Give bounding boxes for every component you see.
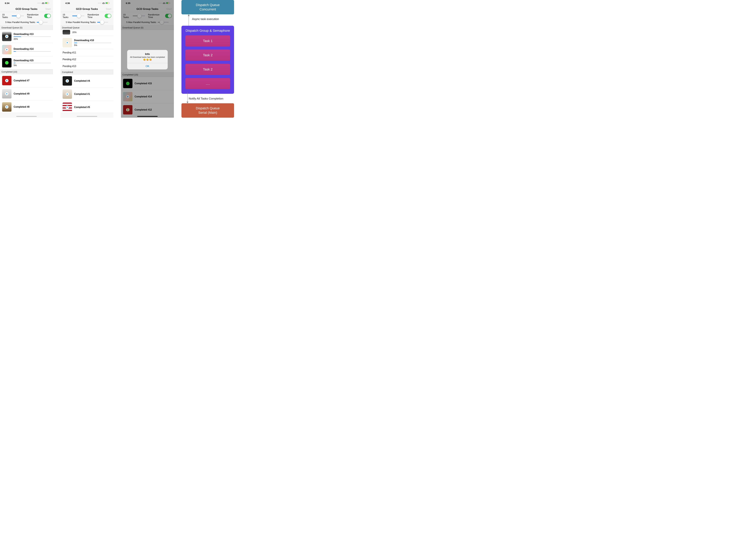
play-icon xyxy=(5,48,8,51)
pending-row[interactable]: Pending #13 xyxy=(60,63,113,70)
task-box: Task 1 xyxy=(185,35,230,47)
download-row[interactable]: Downloading #14 xyxy=(0,43,53,56)
download-section-header: Download Queue xyxy=(60,25,113,30)
status-time: 4:36 xyxy=(65,2,70,4)
pending-row[interactable]: Pending #11 xyxy=(60,49,113,56)
alert-dialog: Info All Download tasks has been complet… xyxy=(127,50,168,69)
status-bar: 6:34 ••••• ⚡ xyxy=(0,0,53,6)
tasks-slider[interactable] xyxy=(72,16,85,16)
randomize-label: Randomize Time xyxy=(27,13,43,18)
album-art xyxy=(2,76,11,85)
phone-screen-3: 6:35 ••••• ⚡ GCD Group Tasks Start 15 Ta… xyxy=(121,0,174,118)
status-bar: 4:36 ••••• ⚡ xyxy=(60,0,113,6)
task-box: Task 2 xyxy=(185,64,230,75)
progress-bar xyxy=(74,43,111,43)
concurrent-queue-label: Dispatch Queue Concurrent xyxy=(196,3,220,11)
randomize-toggle[interactable] xyxy=(44,14,51,18)
pending-row[interactable]: Pending #12 xyxy=(60,56,113,63)
play-icon xyxy=(5,35,8,38)
alert-message: All Download tasks has been completed 😋 … xyxy=(129,56,166,61)
async-label: Async task execution xyxy=(192,17,219,21)
parallel-slider[interactable] xyxy=(37,22,48,23)
progress-bar xyxy=(14,36,51,37)
cell-dots-icon: ••••• xyxy=(98,2,101,4)
parallel-slider[interactable] xyxy=(97,22,108,23)
play-icon xyxy=(5,79,8,82)
notify-label: Notify All Tasks Completion xyxy=(189,97,223,100)
row-title: Completed #4 xyxy=(74,80,90,82)
album-art xyxy=(2,45,11,54)
status-icons: ••••• ⚡ xyxy=(98,2,109,4)
album-art xyxy=(63,30,70,34)
completed-row[interactable]: Completed #8 xyxy=(0,100,53,114)
tasks-count-label: 15 Tasks xyxy=(2,13,10,18)
progress-pct: 5% xyxy=(14,64,51,67)
album-art xyxy=(2,58,11,67)
row-title: Completed #7 xyxy=(14,79,29,82)
download-row[interactable]: Downloading #13 20% xyxy=(0,30,53,43)
group-title: Dispatch Group & Semaphore xyxy=(185,29,230,33)
row-title: Completed #9 xyxy=(14,92,29,95)
nav-title: GCD Group Tasks xyxy=(76,8,98,11)
home-indicator[interactable] xyxy=(137,116,158,117)
completed-row[interactable]: Completed #7 xyxy=(0,74,53,87)
alert-ok-button[interactable]: OK xyxy=(127,63,168,69)
play-icon xyxy=(66,79,69,83)
album-art xyxy=(63,89,72,99)
completed-row[interactable]: Completed #4 xyxy=(60,74,113,88)
play-icon xyxy=(66,41,69,44)
serial-queue-box: Dispatch Queue Serial (Main) xyxy=(181,103,234,118)
row-title: Completed #1 xyxy=(74,93,90,95)
battery-icon: ⚡ xyxy=(45,2,49,4)
battery-icon: ⚡ xyxy=(105,2,109,4)
serial-queue-label: Dispatch Queue Serial (Main) xyxy=(196,106,220,115)
arrow-up-icon xyxy=(187,14,190,26)
wifi-icon xyxy=(102,2,105,4)
album-art xyxy=(63,76,72,86)
play-icon xyxy=(66,106,69,109)
dispatch-group-box: Dispatch Group & Semaphore Task 1 Task 2… xyxy=(181,26,234,94)
phone-screen-1: 6:34 ••••• ⚡ GCD Group Tasks Start 15 Ta… xyxy=(0,0,53,118)
progress-pct: 5% xyxy=(74,44,111,46)
task-box: Task 2 xyxy=(185,50,230,61)
completed-row[interactable]: Completed #5 xyxy=(60,101,113,114)
album-art xyxy=(2,102,11,112)
play-icon xyxy=(5,92,8,95)
download-row-fragment[interactable]: 20% xyxy=(60,30,113,36)
album-art xyxy=(2,32,11,41)
start-button[interactable]: Start xyxy=(45,8,51,11)
row-title: Downloading #10 xyxy=(74,39,111,42)
progress-pct: 20% xyxy=(14,38,51,40)
completed-section-header: Completed xyxy=(60,70,113,74)
alert-title: Info xyxy=(129,53,166,56)
play-icon xyxy=(66,92,69,96)
download-row[interactable]: Downloading #15 5% xyxy=(0,56,53,69)
completed-row[interactable]: Completed #1 xyxy=(60,88,113,101)
randomize-label: Randomize Time xyxy=(88,13,103,18)
progress-bar xyxy=(14,51,51,52)
progress-pct: 20% xyxy=(72,31,77,33)
album-art xyxy=(63,103,72,112)
completed-row[interactable]: Completed #9 xyxy=(0,87,53,100)
play-icon xyxy=(5,105,8,109)
phone-screen-2: 4:36 ••••• ⚡ GCD Group Tasks Start 15 Ta… xyxy=(60,0,113,118)
download-row[interactable]: Downloading #10 5% xyxy=(60,36,113,49)
tasks-count-label: 15 Tasks xyxy=(63,13,71,18)
nav-bar: GCD Group Tasks Start xyxy=(0,6,53,12)
max-parallel-label: 5 Max Parallel Running Tasks xyxy=(66,21,96,23)
wifi-icon xyxy=(42,2,44,4)
cell-dots-icon: ••••• xyxy=(37,2,41,4)
row-title: Downloading #13 xyxy=(14,33,51,36)
nav-bar: GCD Group Tasks Start xyxy=(60,6,113,12)
architecture-diagram: Dispatch Queue Concurrent Async task exe… xyxy=(181,0,234,118)
row-title: Completed #5 xyxy=(74,106,90,109)
start-button[interactable]: Start xyxy=(106,8,111,11)
album-art xyxy=(63,38,72,47)
tasks-slider[interactable] xyxy=(12,16,24,16)
completed-section-header: Completed (10) xyxy=(0,69,53,74)
randomize-toggle[interactable] xyxy=(105,14,111,18)
task-box: …. xyxy=(185,78,230,89)
controls-panel: 15 Tasks Randomize Time 5 Max Parallel R… xyxy=(60,12,113,25)
status-time: 6:34 xyxy=(5,2,9,4)
download-section-header: Download Queue (5) xyxy=(0,25,53,30)
